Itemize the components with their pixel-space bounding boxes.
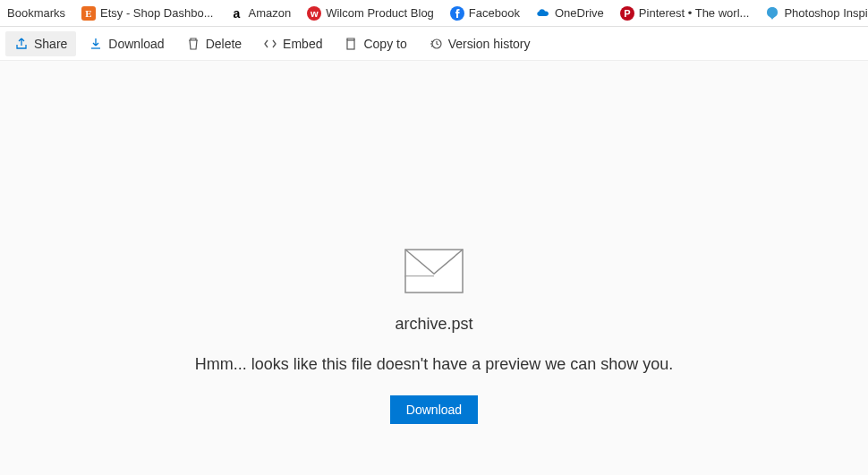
bookmark-etsy[interactable]: E Etsy - Shop Dashbo... (76, 4, 218, 23)
svg-rect-1 (347, 40, 354, 49)
share-icon (14, 37, 29, 51)
bookmarks-bar: Bookmarks E Etsy - Shop Dashbo... a Amaz… (0, 0, 868, 27)
no-preview-message: Hmm... looks like this file doesn't have… (195, 355, 674, 374)
envelope-icon (404, 249, 464, 293)
toolbar-label: Embed (283, 37, 322, 51)
preview-area: archive.pst Hmm... looks like this file … (0, 61, 868, 475)
file-name: archive.pst (395, 315, 472, 334)
onedrive-icon (536, 6, 550, 21)
bookmark-label-text: Pinterest • The worl... (639, 6, 750, 20)
share-button[interactable]: Share (5, 31, 76, 56)
pinterest-icon: P (620, 6, 634, 21)
amazon-icon: a (229, 6, 243, 21)
bookmark-label-text: Wilcom Product Blog (326, 6, 434, 20)
toolbar-label: Copy to (363, 37, 406, 51)
bookmark-wilcom[interactable]: w Wilcom Product Blog (302, 4, 439, 23)
embed-button[interactable]: Embed (254, 31, 331, 56)
delete-button[interactable]: Delete (177, 31, 251, 56)
version-history-button[interactable]: Version history (420, 31, 540, 56)
bookmark-facebook[interactable]: Facebook (445, 4, 525, 23)
etsy-icon: E (81, 6, 96, 21)
bookmark-label-text: Etsy - Shop Dashbo... (100, 6, 213, 20)
copy-icon (344, 37, 358, 51)
history-icon (429, 37, 443, 51)
bookmark-label-text: Photoshop Inspirati... (784, 6, 868, 20)
file-toolbar: Share Download Delete Embed Copy to Vers… (0, 27, 868, 61)
bookmark-onedrive[interactable]: OneDrive (531, 4, 609, 23)
wilcom-icon: w (307, 6, 321, 21)
copy-to-button[interactable]: Copy to (335, 31, 415, 56)
toolbar-label: Download (108, 37, 164, 51)
bookmark-pinterest[interactable]: P Pinterest • The worl... (615, 4, 755, 23)
download-button[interactable]: Download (80, 31, 173, 56)
photoshop-icon (765, 6, 779, 21)
bookmarks-label: Bookmarks (7, 6, 65, 20)
toolbar-label: Delete (206, 37, 242, 51)
bookmark-label-text: OneDrive (555, 6, 604, 20)
trash-icon (186, 37, 200, 51)
embed-icon (263, 37, 277, 51)
download-file-button[interactable]: Download (390, 395, 478, 424)
download-icon (89, 37, 103, 51)
toolbar-label: Share (34, 37, 67, 51)
bookmark-photoshop[interactable]: Photoshop Inspirati... (760, 4, 868, 23)
facebook-icon (450, 6, 464, 21)
toolbar-label: Version history (448, 37, 531, 51)
bookmark-amazon[interactable]: a Amazon (224, 4, 296, 23)
bookmark-label-text: Amazon (248, 6, 291, 20)
bookmark-label-text: Facebook (469, 6, 520, 20)
